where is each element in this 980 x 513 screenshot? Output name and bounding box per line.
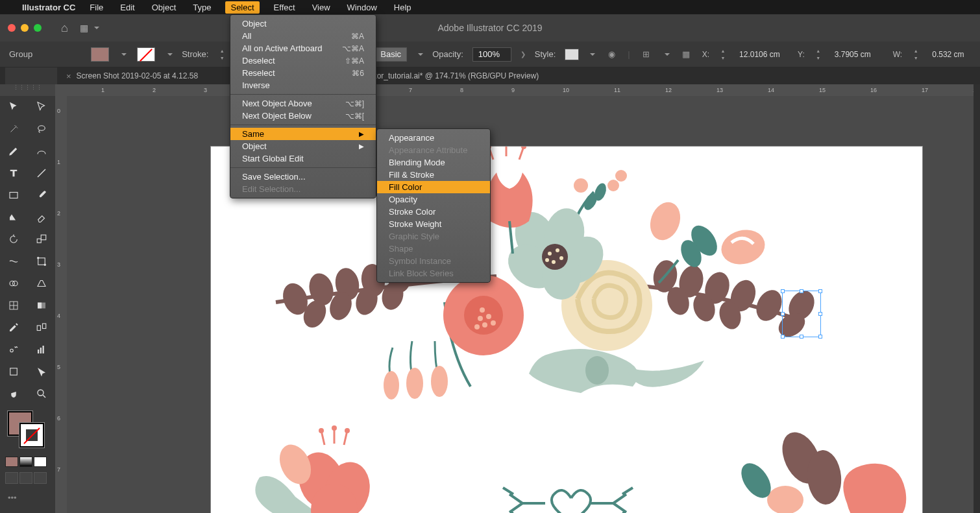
menu-item-reselect[interactable]: Reselect⌘6 (230, 67, 376, 79)
close-window-button[interactable] (8, 24, 16, 32)
menu-item-next-object-above[interactable]: Next Object Above⌥⌘] (230, 97, 376, 110)
document-tab-1[interactable]: × Screen Shot 2019-02-05 at 4.12.58 (57, 67, 207, 84)
stroke-dropdown[interactable] (167, 53, 173, 56)
scale-tool[interactable] (28, 228, 56, 250)
y-stepper[interactable]: ▲▼ (814, 47, 823, 62)
shaper-tool[interactable] (0, 206, 28, 228)
hand-tool[interactable] (0, 383, 28, 405)
y-value[interactable]: 3.7905 cm (832, 50, 884, 59)
menu-item-all[interactable]: All⌘A (230, 30, 376, 42)
menu-item-start-global-edit[interactable]: Start Global Edit (230, 152, 376, 165)
zoom-tool[interactable] (28, 383, 56, 405)
rotate-tool[interactable] (0, 228, 28, 250)
blend-tool[interactable] (28, 316, 56, 339)
menu-select[interactable]: Select (225, 1, 259, 14)
menu-item-inverse[interactable]: Inverse (230, 79, 376, 91)
magic-wand-tool[interactable] (0, 118, 28, 140)
stroke-weight-stepper[interactable]: ▲▼ (217, 47, 227, 62)
artboard[interactable] (211, 147, 922, 513)
menu-window[interactable]: Window (345, 1, 380, 14)
tools-panel-grip[interactable]: ⋮⋮⋮⋮⋮ (0, 84, 55, 96)
menu-edit[interactable]: Edit (117, 1, 137, 14)
x-stepper[interactable]: ▲▼ (718, 47, 728, 62)
menu-item-all-on-active-artboard[interactable]: All on Active Artboard⌥⌘A (230, 42, 376, 54)
shape-builder-tool[interactable] (0, 272, 28, 294)
menu-object[interactable]: Object (149, 1, 179, 14)
gradient-mode[interactable] (19, 457, 32, 467)
menu-type[interactable]: Type (190, 1, 214, 14)
stroke-swatch[interactable] (137, 47, 155, 62)
draw-normal[interactable] (5, 472, 18, 484)
column-graph-tool[interactable] (28, 339, 56, 361)
opacity-dropdown[interactable]: ❯ (521, 51, 526, 58)
rectangle-tool[interactable] (0, 184, 28, 206)
recolor-icon[interactable]: ◉ (604, 47, 619, 62)
menu-view[interactable]: View (310, 1, 333, 14)
app-name[interactable]: Illustrator CC (22, 3, 75, 12)
minimize-window-button[interactable] (21, 24, 29, 32)
submenu-item-stroke-weight[interactable]: Stroke Weight (377, 218, 490, 230)
gradient-tool[interactable] (28, 294, 56, 316)
submenu-item-fill-stroke[interactable]: Fill & Stroke (377, 169, 490, 181)
menu-item-next-object-below[interactable]: Next Object Below⌥⌘[ (230, 110, 376, 122)
submenu-item-blending-mode[interactable]: Blending Mode (377, 156, 490, 169)
brush-dropdown[interactable] (418, 53, 423, 56)
mesh-tool[interactable] (0, 294, 28, 316)
free-transform-tool[interactable] (28, 250, 56, 272)
transform-icon[interactable]: ▦ (679, 47, 693, 62)
eraser-tool[interactable] (28, 206, 56, 228)
menu-item-deselect[interactable]: Deselect⇧⌘A (230, 54, 376, 67)
fill-stroke-indicator[interactable] (5, 411, 50, 450)
style-swatch[interactable] (565, 49, 579, 60)
close-tab-icon[interactable]: × (66, 71, 71, 81)
svg-rect-3 (41, 235, 46, 240)
submenu-item-stroke-color[interactable]: Stroke Color (377, 206, 490, 218)
w-value[interactable]: 0.532 cm (929, 50, 968, 59)
canvas-area[interactable] (67, 96, 980, 513)
menu-item-save-selection-[interactable]: Save Selection... (230, 171, 376, 183)
w-stepper[interactable]: ▲▼ (911, 47, 920, 62)
pen-tool[interactable] (0, 140, 28, 162)
selection-bounding-box[interactable] (782, 291, 821, 337)
submenu-item-opacity[interactable]: Opacity (377, 193, 490, 206)
x-value[interactable]: 12.0106 cm (737, 50, 789, 59)
paintbrush-tool[interactable] (28, 184, 56, 206)
curvature-tool[interactable] (28, 140, 56, 162)
arrange-documents[interactable]: ▦ (80, 23, 99, 33)
lasso-tool[interactable] (28, 118, 56, 140)
selection-tool[interactable] (0, 96, 28, 118)
submenu-item-fill-color[interactable]: Fill Color (377, 181, 490, 193)
slice-tool[interactable] (28, 361, 56, 383)
artboard-tool[interactable] (0, 361, 28, 383)
menu-file[interactable]: File (87, 1, 106, 14)
draw-behind[interactable] (19, 472, 32, 484)
maximize-window-button[interactable] (34, 24, 42, 32)
eyedropper-tool[interactable] (0, 316, 28, 339)
menu-item-object[interactable]: Object (230, 18, 376, 30)
type-tool[interactable] (0, 162, 28, 184)
menu-effect[interactable]: Effect (271, 1, 298, 14)
menu-item-same[interactable]: Same▶ (230, 128, 376, 140)
brush-definition[interactable]: Basic (374, 47, 407, 62)
perspective-tool[interactable] (28, 272, 56, 294)
direct-selection-tool[interactable] (28, 96, 56, 118)
home-icon[interactable]: ⌂ (61, 21, 68, 35)
submenu-item-appearance[interactable]: Appearance (377, 132, 490, 144)
none-mode[interactable] (34, 457, 47, 467)
fill-swatch[interactable] (91, 47, 109, 62)
style-dropdown[interactable] (590, 53, 595, 56)
align-dropdown[interactable] (665, 53, 670, 56)
align-icon[interactable]: ⊞ (639, 47, 654, 62)
menu-help[interactable]: Help (391, 1, 414, 14)
stroke-color-box[interactable] (19, 423, 44, 447)
draw-inside[interactable] (34, 472, 47, 484)
collapsed-panels-strip[interactable] (974, 84, 980, 513)
line-tool[interactable] (28, 162, 56, 184)
opacity-field[interactable]: 100% (472, 47, 511, 62)
menu-item-object[interactable]: Object▶ (230, 140, 376, 152)
edit-toolbar-icon[interactable]: ••• (8, 493, 47, 503)
fill-dropdown[interactable] (121, 53, 127, 56)
color-mode[interactable] (5, 457, 18, 467)
width-tool[interactable] (0, 250, 28, 272)
symbol-sprayer-tool[interactable] (0, 339, 28, 361)
